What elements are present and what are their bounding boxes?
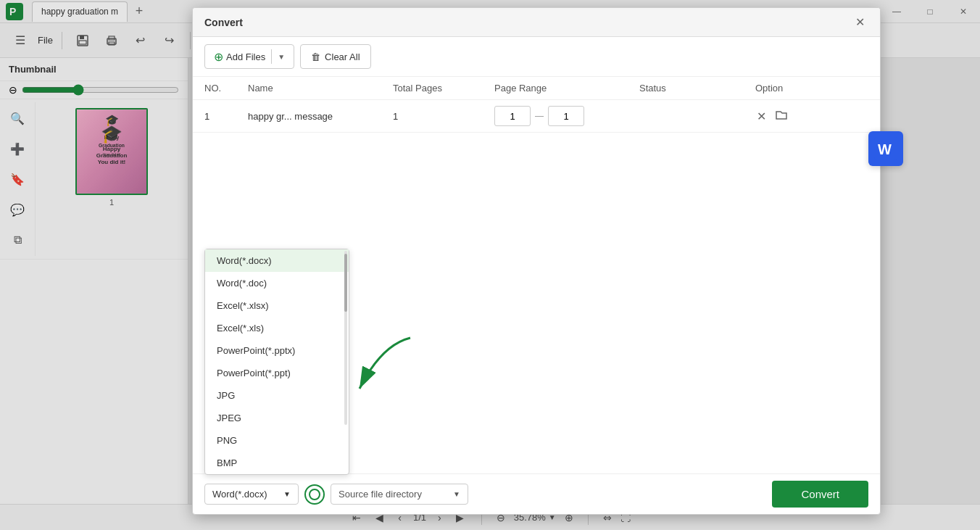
dropdown-scrollthumb[interactable] — [344, 254, 347, 312]
folder-label: Source file directory — [339, 489, 422, 500]
word-icon-overlay: W — [868, 131, 903, 166]
add-files-arrow-icon: ▼ — [278, 53, 285, 61]
add-files-button[interactable]: ⊕ Add Files ▼ — [204, 44, 294, 69]
add-files-divider — [271, 49, 272, 64]
clear-all-label: Clear All — [325, 51, 360, 62]
format-option-word-doc[interactable]: Word(*.doc) — [205, 272, 349, 294]
format-dropdown-arrow-icon: ▼ — [283, 490, 291, 498]
svg-text:W: W — [878, 141, 892, 157]
header-option: Option — [755, 83, 842, 94]
dialog-toolbar: ⊕ Add Files ▼ 🗑 Clear All — [193, 37, 880, 77]
clear-all-trash-icon: 🗑 — [311, 51, 320, 62]
format-option-pptx[interactable]: PowerPoint(*.pptx) — [205, 339, 349, 362]
arrow-1 — [338, 331, 425, 403]
target-icon-button[interactable] — [304, 484, 325, 505]
range-dash: — — [535, 111, 544, 121]
format-option-word-docx[interactable]: Word(*.docx) — [205, 249, 349, 272]
table-header: NO. Name Total Pages Page Range Status O… — [193, 77, 880, 100]
header-name: Name — [248, 83, 393, 94]
clear-all-button[interactable]: 🗑 Clear All — [300, 44, 370, 69]
row-name: happy gr... message — [248, 111, 393, 122]
header-status: Status — [639, 83, 755, 94]
page-from-input[interactable] — [494, 106, 531, 126]
header-no: NO. — [204, 83, 248, 94]
format-option-jpg[interactable]: JPG — [205, 384, 349, 407]
row-total-pages: 1 — [393, 111, 494, 122]
format-option-jpeg[interactable]: JPEG — [205, 407, 349, 429]
app-window: P happy graduation m + — □ ✕ ☰ File — [0, 0, 980, 530]
option-buttons: ✕ — [755, 107, 842, 125]
format-option-png[interactable]: PNG — [205, 429, 349, 452]
delete-row-button[interactable]: ✕ — [755, 108, 768, 125]
format-option-bmp[interactable]: BMP — [205, 452, 349, 474]
page-range-inputs: — — [494, 106, 639, 126]
convert-button[interactable]: Convert — [772, 481, 868, 508]
convert-dialog: Convert ✕ ⊕ Add Files ▼ 🗑 Clear All NO. — [192, 7, 881, 515]
format-select-button[interactable]: Word(*.docx) ▼ — [204, 484, 299, 505]
dialog-footer: Output Folder Word(*.docx) ▼ Source file… — [193, 473, 880, 514]
format-dropdown: Word(*.docx) Word(*.doc) Excel(*.xlsx) E… — [204, 249, 349, 475]
folder-select-button[interactable]: Source file directory ▼ — [331, 484, 468, 505]
folder-dropdown-icon: ▼ — [453, 490, 460, 498]
page-to-input[interactable] — [548, 106, 584, 126]
format-option-ppt[interactable]: PowerPoint(*.ppt) — [205, 362, 349, 384]
header-total-pages: Total Pages — [393, 83, 494, 94]
add-files-plus-icon: ⊕ — [214, 50, 223, 64]
format-selected-label: Word(*.docx) — [212, 489, 267, 500]
open-folder-button[interactable] — [773, 107, 789, 125]
table-row: 1 happy gr... message 1 — ✕ — [193, 100, 880, 133]
header-page-range: Page Range — [494, 83, 639, 94]
format-option-excel-xls[interactable]: Excel(*.xls) — [205, 317, 349, 339]
format-option-excel-xlsx[interactable]: Excel(*.xlsx) — [205, 294, 349, 317]
dialog-title: Convert — [204, 17, 851, 28]
dropdown-scrollbar — [344, 251, 347, 425]
row-no: 1 — [204, 111, 248, 122]
dialog-title-bar: Convert ✕ — [193, 8, 880, 37]
add-files-label: Add Files — [226, 51, 265, 62]
dialog-close-button[interactable]: ✕ — [851, 14, 868, 31]
